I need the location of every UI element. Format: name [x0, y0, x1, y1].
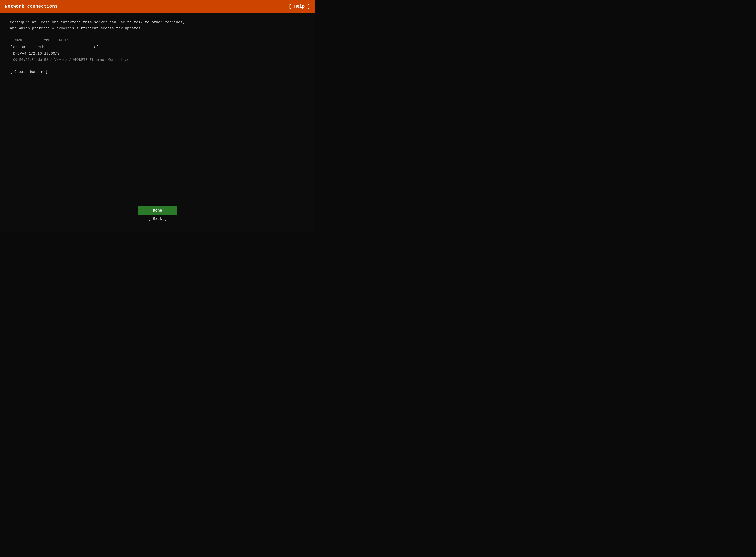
create-bond-button[interactable]: [ Create bond ▶ ]: [10, 69, 305, 74]
description-line2: and which preferably provides sufficient…: [10, 26, 305, 31]
bottom-buttons: [ Done ] [ Back ]: [0, 206, 315, 232]
interface-details: ens160 eth - ▶ ] DHCPv4 172.16.10.60/24 …: [13, 44, 305, 66]
help-button[interactable]: [ Help ]: [289, 4, 310, 9]
description-line1: Configure at least one interface this se…: [10, 20, 305, 26]
bracket-right: ]: [97, 44, 99, 51]
header: Network connections [ Help ]: [0, 0, 315, 13]
iface-dhcp: DHCPv4 172.16.10.60/24: [13, 51, 305, 57]
col-header-name: NAME: [15, 38, 42, 42]
interface-main-line: ens160 eth - ▶ ]: [13, 44, 305, 51]
interface-row[interactable]: [ ens160 eth - ▶ ] DHCPv4 172.16.10.60/2…: [10, 44, 305, 66]
iface-arrow: ▶: [94, 44, 96, 51]
iface-name: ens160: [13, 44, 38, 51]
table-header: NAME TYPE NOTES: [10, 38, 305, 43]
iface-mac: 00:50:56:81:da:52 / VMware / VMXNET3 Eth…: [13, 57, 305, 63]
main-content: Configure at least one interface this se…: [0, 13, 315, 206]
col-header-notes: NOTES: [59, 38, 108, 42]
page-title: Network connections: [5, 4, 58, 9]
done-button[interactable]: [ Done ]: [138, 206, 177, 215]
back-button[interactable]: [ Back ]: [138, 216, 177, 222]
screen: Network connections [ Help ] Configure a…: [0, 0, 315, 232]
col-header-type: TYPE: [42, 38, 59, 42]
description-text: Configure at least one interface this se…: [10, 20, 305, 31]
iface-type: eth: [38, 44, 53, 51]
bracket-left: [: [10, 44, 12, 51]
iface-notes: -: [53, 44, 92, 51]
